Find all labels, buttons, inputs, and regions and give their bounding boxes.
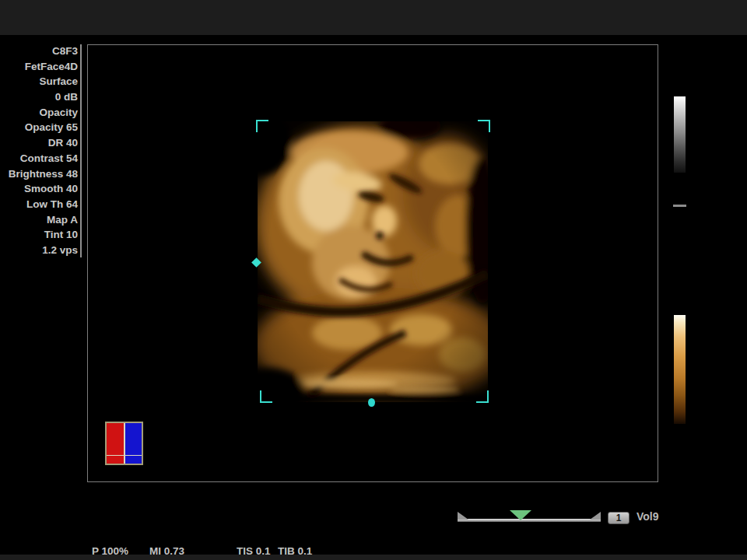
param-opacity-mode: Opacity — [0, 105, 78, 121]
param-gain: 0 dB — [0, 89, 78, 105]
graymap-tick-icon — [673, 205, 686, 207]
param-opacity-value: Opacity 65 — [0, 120, 78, 135]
param-tint: Tint 10 — [0, 227, 78, 243]
parameter-sidebar: C8F3 FetFace4D Surface 0 dB Opacity Opac… — [0, 44, 78, 258]
roi-bottom-handle-icon[interactable] — [368, 398, 375, 407]
sepia-tint-map-bar — [674, 315, 686, 424]
param-probe: C8F3 — [0, 44, 78, 59]
param-contrast: Contrast 54 — [0, 151, 78, 166]
fetal-3d-render — [258, 121, 488, 402]
roi-corner-bracket-top-left[interactable] — [256, 120, 268, 132]
roi-corner-bracket-top-right[interactable] — [478, 120, 490, 132]
orientation-horizontal-divider — [107, 455, 142, 456]
param-preset: FetFace4D — [0, 59, 78, 75]
roi-corner-bracket-bottom-right[interactable] — [476, 390, 489, 403]
render-orientation-box — [105, 422, 143, 465]
orientation-blue-half — [124, 423, 142, 464]
sidebar-divider — [80, 44, 82, 257]
param-low-threshold: Low Th 64 — [0, 197, 78, 212]
cine-scrollbar-track[interactable] — [458, 519, 601, 522]
param-render-mode: Surface — [0, 74, 78, 89]
roi-corner-bracket-bottom-left[interactable] — [260, 390, 272, 403]
param-brightness: Brightness 48 — [0, 166, 78, 182]
orientation-vertical-divider — [124, 423, 125, 464]
top-chrome-bar — [0, 0, 747, 35]
grayscale-map-bar — [674, 96, 686, 173]
bottom-chrome-bar — [0, 555, 747, 560]
orientation-red-half — [107, 423, 124, 464]
volume-label: Vol9 — [637, 510, 659, 523]
param-dynamic-range: DR 40 — [0, 135, 78, 151]
ultrasound-screen: C8F3 FetFace4D Surface 0 dB Opacity Opac… — [0, 0, 747, 560]
param-smooth: Smooth 40 — [0, 181, 78, 197]
param-graymap: Map A — [0, 212, 78, 228]
frame-number-badge: 1 — [608, 512, 630, 524]
param-volume-rate: 1.2 vps — [0, 243, 78, 258]
